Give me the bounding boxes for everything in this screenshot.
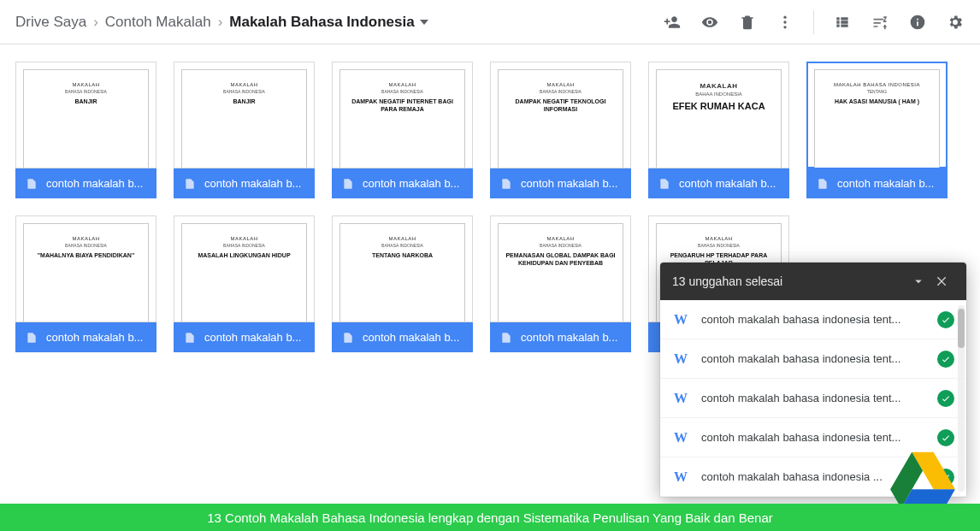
upload-file-name: contoh makalah bahasa indonesia tent...	[701, 392, 925, 404]
more-actions-button[interactable]	[776, 13, 794, 32]
file-card[interactable]: MAKALAH BAHASA INDONESIATENTANGHAK ASASI…	[806, 62, 948, 198]
doc-subheading: BAHASA INDONESIA	[340, 243, 464, 248]
google-drive-logo	[889, 451, 956, 509]
upload-row[interactable]: Wcontoh makalah bahasa indonesia tent...	[660, 339, 966, 379]
file-name: contoh makalah b...	[204, 177, 301, 190]
doc-heading: MAKALAH	[182, 82, 306, 87]
file-label: contoh makalah b...	[490, 322, 631, 352]
document-preview: MAKALAH BAHASA INDONESIATENTANGHAK ASASI…	[814, 69, 940, 168]
sort-button[interactable]	[871, 13, 889, 32]
topbar: Drive Saya › Contoh Makalah › Makalah Ba…	[0, 0, 980, 44]
doc-heading: MAKALAH	[657, 82, 781, 90]
check-icon	[941, 315, 951, 325]
footer-caption: 13 Contoh Makalah Bahasa Indonesia lengk…	[0, 504, 980, 531]
word-doc-icon	[817, 178, 829, 190]
doc-subheading: BAHASA INDONESIA	[182, 243, 306, 248]
file-label: contoh makalah b...	[332, 168, 473, 198]
doc-heading: MAKALAH	[340, 236, 464, 241]
upload-close-button[interactable]	[930, 269, 954, 293]
document-preview: MAKALAHBAHASA INDONESIABANJIR	[23, 69, 149, 168]
file-thumbnail: MAKALAHBAHASA INDONESIABANJIR	[15, 62, 156, 168]
file-label: contoh makalah b...	[15, 168, 156, 198]
list-view-button[interactable]	[833, 13, 852, 32]
breadcrumb-current-label: Makalah Bahasa Indonesia	[229, 14, 414, 31]
upload-done-badge	[937, 351, 954, 368]
file-name: contoh makalah b...	[204, 331, 301, 344]
file-thumbnail: MAKALAHBAHASA INDONESIA"MAHALNYA BIAYA P…	[15, 215, 156, 322]
chevron-right-icon: ›	[218, 14, 223, 31]
check-icon	[941, 393, 951, 404]
breadcrumb: Drive Saya › Contoh Makalah › Makalah Ba…	[15, 14, 663, 31]
document-preview: MAKALAHBAHASA INDONESIADAMPAK NEGATIF IN…	[339, 69, 465, 168]
upload-done-badge	[937, 429, 954, 446]
document-preview: MAKALAHBAHASA INDONESIAMASALAH LINGKUNGA…	[181, 223, 307, 322]
trash-icon	[739, 14, 756, 31]
word-doc-icon: W	[672, 311, 689, 328]
doc-subheading: TENTANG	[815, 89, 939, 94]
svg-point-0	[783, 15, 786, 18]
word-doc-icon	[184, 332, 196, 344]
doc-subheading: BAHASA INDONESIA	[24, 243, 148, 248]
delete-button[interactable]	[738, 13, 757, 32]
doc-heading: MAKALAH	[24, 82, 148, 87]
upload-row[interactable]: Wcontoh makalah bahasa indonesia tent...	[660, 379, 966, 418]
document-preview: MAKALAHBAHAA INDONESIAEFEK RUMAH KACA	[656, 69, 782, 168]
more-vert-icon	[776, 14, 794, 31]
doc-title: HAK ASASI MANUSIA ( HAM )	[815, 97, 939, 105]
settings-button[interactable]	[946, 13, 965, 32]
doc-title: DAMPAK NEGATIF INTERNET BAGI PARA REMAJA	[340, 97, 464, 113]
file-card[interactable]: MAKALAHBAHASA INDONESIADAMPAK NEGATIF IN…	[332, 62, 473, 198]
upload-file-name: contoh makalah bahasa indonesia tent...	[701, 352, 925, 365]
word-doc-icon: W	[672, 469, 689, 486]
upload-scrollbar[interactable]	[958, 305, 965, 492]
upload-collapse-button[interactable]	[906, 269, 930, 293]
document-preview: MAKALAHBAHASA INDONESIADAMPAK NEGATIF TE…	[498, 69, 623, 168]
file-card[interactable]: MAKALAHBAHASA INDONESIABANJIRcontoh maka…	[174, 62, 315, 198]
word-doc-icon	[500, 332, 512, 344]
doc-heading: MAKALAH BAHASA INDONESIA	[815, 82, 939, 87]
doc-title: EFEK RUMAH KACA	[657, 100, 781, 112]
file-label: contoh makalah b...	[490, 168, 631, 198]
doc-heading: MAKALAH	[499, 82, 623, 87]
file-card[interactable]: MAKALAHBAHASA INDONESIABANJIRcontoh maka…	[15, 62, 156, 198]
drive-icon	[889, 451, 956, 509]
word-doc-icon	[658, 178, 670, 190]
person-add-icon	[664, 14, 681, 31]
doc-title: PEMANASAN GLOBAL DAMPAK BAGI KEHIDUPAN D…	[499, 251, 623, 267]
doc-heading: MAKALAH	[24, 236, 148, 241]
details-button[interactable]	[908, 13, 927, 32]
list-icon	[834, 14, 851, 31]
chevron-down-icon	[420, 20, 428, 25]
file-card[interactable]: MAKALAHBAHASA INDONESIATENTANG NARKOBAco…	[332, 215, 473, 352]
file-name: contoh makalah b...	[46, 177, 143, 190]
file-thumbnail: MAKALAHBAHASA INDONESIABANJIR	[174, 62, 315, 168]
file-card[interactable]: MAKALAHBAHASA INDONESIAPEMANASAN GLOBAL …	[490, 215, 631, 352]
file-name: contoh makalah b...	[837, 177, 934, 190]
file-card[interactable]: MAKALAHBAHASA INDONESIA"MAHALNYA BIAYA P…	[15, 215, 156, 352]
file-card[interactable]: MAKALAHBAHASA INDONESIADAMPAK NEGATIF TE…	[490, 62, 631, 198]
file-card[interactable]: MAKALAHBAHASA INDONESIAMASALAH LINGKUNGA…	[174, 215, 315, 352]
share-button[interactable]	[663, 13, 682, 32]
check-icon	[941, 433, 951, 443]
file-name: contoh makalah b...	[521, 177, 617, 190]
preview-button[interactable]	[700, 13, 719, 32]
doc-subheading: BAHASA INDONESIA	[657, 243, 781, 248]
breadcrumb-parent[interactable]: Contoh Makalah	[105, 14, 211, 31]
word-doc-icon	[26, 178, 38, 190]
scrollbar-thumb[interactable]	[958, 309, 965, 348]
sort-az-icon	[871, 14, 888, 31]
breadcrumb-root[interactable]: Drive Saya	[15, 14, 86, 31]
document-preview: MAKALAHBAHASA INDONESIATENTANG NARKOBA	[339, 223, 465, 322]
doc-subheading: BAHAA INDONESIA	[657, 91, 781, 97]
file-label: contoh makalah b...	[174, 168, 315, 198]
upload-row[interactable]: Wcontoh makalah bahasa indonesia tent...	[660, 300, 966, 339]
file-thumbnail: MAKALAHBAHASA INDONESIADAMPAK NEGATIF TE…	[490, 62, 631, 168]
svg-point-1	[783, 21, 786, 23]
breadcrumb-current[interactable]: Makalah Bahasa Indonesia	[229, 14, 428, 31]
chevron-down-icon	[911, 274, 926, 289]
doc-heading: MAKALAH	[340, 82, 464, 87]
word-doc-icon: W	[672, 351, 689, 368]
file-card[interactable]: MAKALAHBAHAA INDONESIAEFEK RUMAH KACAcon…	[648, 62, 789, 198]
doc-title: BANJIR	[24, 97, 148, 105]
upload-panel-title: 13 unggahan selesai	[672, 274, 906, 288]
